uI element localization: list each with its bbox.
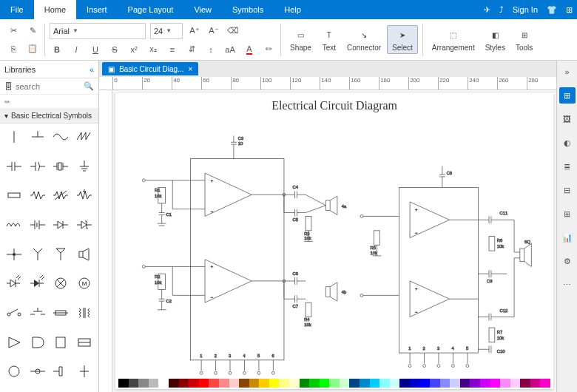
color-swatch[interactable] (450, 379, 460, 388)
paste-icon[interactable]: 📋 (25, 41, 40, 56)
symbol-antenna-loop[interactable] (50, 244, 72, 265)
color-swatch[interactable] (229, 379, 240, 388)
color-swatch[interactable] (289, 379, 300, 388)
color-swatch[interactable] (279, 379, 289, 388)
font-color-icon[interactable]: A (242, 42, 257, 57)
color-swatch[interactable] (118, 379, 129, 388)
symbol-transformer[interactable] (73, 303, 95, 323)
color-swatch[interactable] (540, 379, 550, 388)
color-swatch[interactable] (149, 379, 159, 388)
menu-insert[interactable]: Insert (76, 0, 118, 19)
symbol-fuse[interactable] (50, 303, 72, 323)
color-swatch[interactable] (500, 379, 510, 388)
spacing-icon[interactable]: ↕ (203, 42, 218, 57)
symbol-motor[interactable]: M (73, 273, 95, 294)
color-swatch[interactable] (460, 379, 470, 388)
symbol-and-gate[interactable] (27, 332, 49, 353)
symbol-wire-down[interactable] (3, 126, 25, 147)
chart-icon[interactable]: 📊 (559, 229, 576, 246)
color-swatch[interactable] (300, 379, 310, 388)
menu-home[interactable]: Home (34, 0, 76, 19)
underline-icon[interactable]: U (88, 42, 103, 57)
category-header[interactable]: ▾ Basic Electrical Symbols (0, 109, 98, 124)
color-swatch[interactable] (440, 379, 451, 388)
bold-icon[interactable]: B (50, 42, 64, 57)
highlight-icon[interactable]: ✏ (261, 42, 276, 57)
cut-icon[interactable]: ✂ (6, 24, 21, 38)
color-swatch[interactable] (129, 379, 139, 388)
menu-view[interactable]: View (183, 0, 222, 19)
color-swatch[interactable] (269, 379, 280, 388)
share-icon[interactable]: ⤴ (495, 5, 508, 14)
symbol-led[interactable] (3, 273, 25, 294)
text-button[interactable]: TText (317, 26, 341, 53)
color-swatch[interactable] (158, 379, 169, 388)
symbol-wire-branch[interactable] (27, 126, 49, 147)
color-swatch[interactable] (390, 379, 400, 388)
color-swatch[interactable] (420, 379, 431, 388)
symbol-zener[interactable] (73, 214, 95, 235)
arrangement-button[interactable]: ⬚Arrangement (428, 26, 479, 53)
symbol-wave[interactable] (50, 126, 72, 147)
valign-icon[interactable]: ⇵ (184, 42, 199, 57)
symbol-lamp[interactable] (50, 273, 72, 294)
image-icon[interactable]: 🖼 (559, 111, 576, 127)
color-swatch[interactable] (480, 379, 490, 388)
font-selector[interactable]: Arial▼ (50, 23, 146, 39)
select-button[interactable]: ➤Select (387, 25, 418, 54)
color-swatch[interactable] (219, 379, 229, 388)
styles-button[interactable]: ◧Styles (481, 26, 510, 53)
symbol-source[interactable] (3, 361, 25, 382)
color-swatch[interactable] (309, 379, 320, 388)
color-swatch[interactable] (470, 379, 480, 388)
symbol-antenna-wire[interactable] (27, 244, 49, 265)
symbol-generic2[interactable] (50, 361, 72, 382)
symbol-capacitor[interactable] (3, 156, 25, 177)
close-tab-icon[interactable]: × (188, 65, 192, 73)
increase-font-icon[interactable]: A⁺ (187, 24, 202, 38)
menu-page-layout[interactable]: Page Layout (118, 0, 184, 19)
symbol-diode[interactable] (50, 214, 72, 235)
filter-icon[interactable]: ⎃ (4, 97, 10, 106)
format-painter-icon[interactable]: ✎ (25, 24, 40, 38)
symbol-coil[interactable] (50, 332, 72, 353)
settings-icon[interactable]: ⚙ (559, 253, 576, 269)
properties-icon[interactable]: ⊞ (559, 87, 576, 104)
font-size-selector[interactable]: 24▼ (150, 23, 183, 39)
italic-icon[interactable]: I (69, 42, 84, 57)
symbol-sawtooth[interactable] (73, 126, 95, 147)
subscript-icon[interactable]: x₂ (146, 42, 161, 57)
color-swatch[interactable] (239, 379, 249, 388)
color-swatch[interactable] (179, 379, 189, 388)
more-icon[interactable]: ⋯ (559, 277, 576, 293)
symbol-generic1[interactable] (27, 361, 49, 382)
symbol-pushbutton[interactable] (27, 303, 49, 323)
color-swatch[interactable] (249, 379, 260, 388)
symbol-cap-polarized[interactable] (27, 156, 49, 177)
send-icon[interactable]: ✈ (479, 5, 495, 15)
case-icon[interactable]: aA (223, 42, 237, 57)
tshirt-icon[interactable]: 👕 (542, 5, 561, 15)
color-swatch[interactable] (329, 379, 340, 388)
symbol-speaker[interactable] (73, 244, 95, 265)
color-swatch[interactable] (259, 379, 269, 388)
color-swatch[interactable] (379, 379, 390, 388)
symbol-crystal[interactable] (50, 156, 72, 177)
symbol-relay[interactable] (73, 332, 95, 353)
color-swatch[interactable] (138, 379, 149, 388)
collapse-right-icon[interactable]: » (559, 64, 576, 80)
symbol-junction[interactable] (3, 244, 25, 265)
symbol-inductor[interactable] (3, 214, 25, 235)
table-icon[interactable]: ⊞ (559, 206, 576, 222)
symbol-resistor-zigzag[interactable] (27, 185, 49, 206)
color-swatch[interactable] (169, 379, 179, 388)
shape-button[interactable]: ▭Shape (286, 26, 316, 53)
color-swatch[interactable] (370, 379, 380, 388)
color-swatch[interactable] (399, 379, 410, 388)
library-icon[interactable]: 🗄 (4, 82, 13, 91)
symbol-switch[interactable] (3, 303, 25, 323)
document-tab[interactable]: ▣ Basic Circuit Diag... × (102, 62, 198, 75)
collapse-icon[interactable]: « (90, 65, 94, 74)
symbol-battery[interactable] (27, 214, 49, 235)
color-swatch[interactable] (340, 379, 350, 388)
